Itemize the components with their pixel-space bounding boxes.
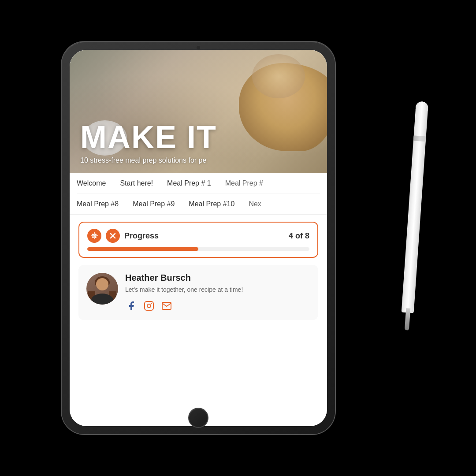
author-info: Heather Bursch Let's make it together, o… [125, 273, 310, 312]
svg-point-10 [151, 303, 152, 304]
pencil-ring [413, 135, 426, 141]
progress-count: 4 of 8 [289, 231, 309, 241]
author-name: Heather Bursch [125, 273, 310, 283]
nav-row-1: Welcome Start here! Meal Prep # 1 Meal P… [77, 173, 320, 194]
hero-text-block: MAKE IT 10 stress-free meal prep solutio… [80, 121, 217, 164]
svg-point-9 [147, 304, 151, 308]
avatar-head [96, 278, 108, 290]
nav-item-meal-prep-more[interactable]: Meal Prep # [225, 179, 263, 187]
nav-item-meal-prep-8[interactable]: Meal Prep #8 [77, 200, 119, 208]
avatar [86, 273, 118, 305]
hero-banner: MAKE IT 10 stress-free meal prep solutio… [70, 50, 327, 173]
nav-item-meal-prep-10[interactable]: Meal Prep #10 [189, 200, 234, 208]
progress-section: Progress 4 of 8 [70, 215, 327, 265]
pencil-body [402, 101, 428, 313]
scene: MAKE IT 10 stress-free meal prep solutio… [0, 0, 476, 476]
close-progress-button[interactable] [106, 229, 120, 243]
progress-bar-track [87, 247, 309, 251]
svg-point-0 [92, 234, 94, 235]
ipad-frame: MAKE IT 10 stress-free meal prep solutio… [62, 42, 335, 434]
nav-item-meal-prep-9[interactable]: Meal Prep #9 [133, 200, 175, 208]
svg-rect-8 [145, 301, 153, 310]
nav-item-welcome[interactable]: Welcome [77, 179, 106, 187]
facebook-icon[interactable] [125, 300, 138, 312]
author-card: Heather Bursch Let's make it together, o… [78, 265, 318, 320]
author-bio: Let's make it together, one recipe at a … [125, 286, 310, 294]
author-section: Heather Bursch Let's make it together, o… [70, 265, 327, 327]
nav-item-start-here[interactable]: Start here! [120, 179, 153, 187]
hero-title: MAKE IT [80, 121, 217, 153]
progress-label: Progress [124, 231, 159, 241]
nav-item-next[interactable]: Nex [249, 200, 261, 208]
svg-point-1 [95, 234, 97, 235]
apple-pencil [398, 101, 432, 331]
email-icon[interactable] [160, 300, 173, 312]
nav-item-meal-prep-1[interactable]: Meal Prep # 1 [167, 179, 211, 187]
progress-card: Progress 4 of 8 [78, 222, 318, 258]
nav-row-2: Meal Prep #8 Meal Prep #9 Meal Prep #10 … [77, 194, 320, 214]
instagram-icon[interactable] [143, 300, 155, 312]
ipad-home-button[interactable] [188, 408, 208, 428]
avatar-body [91, 294, 113, 305]
ipad-screen: MAKE IT 10 stress-free meal prep solutio… [70, 50, 327, 426]
svg-point-3 [95, 236, 97, 238]
hero-subtitle: 10 stress-free meal prep solutions for p… [80, 156, 217, 164]
progress-card-left: Progress [87, 229, 159, 243]
ipad-camera [197, 46, 200, 49]
progress-card-header: Progress 4 of 8 [87, 229, 309, 243]
progress-bar-fill [87, 247, 198, 251]
drag-handle-icon[interactable] [87, 229, 101, 243]
svg-point-2 [92, 236, 94, 238]
pencil-tip [405, 308, 410, 331]
screen-content: MAKE IT 10 stress-free meal prep solutio… [70, 50, 327, 426]
social-icons [125, 300, 310, 312]
navigation: Welcome Start here! Meal Prep # 1 Meal P… [70, 173, 327, 215]
food-decoration-2 [252, 54, 305, 98]
